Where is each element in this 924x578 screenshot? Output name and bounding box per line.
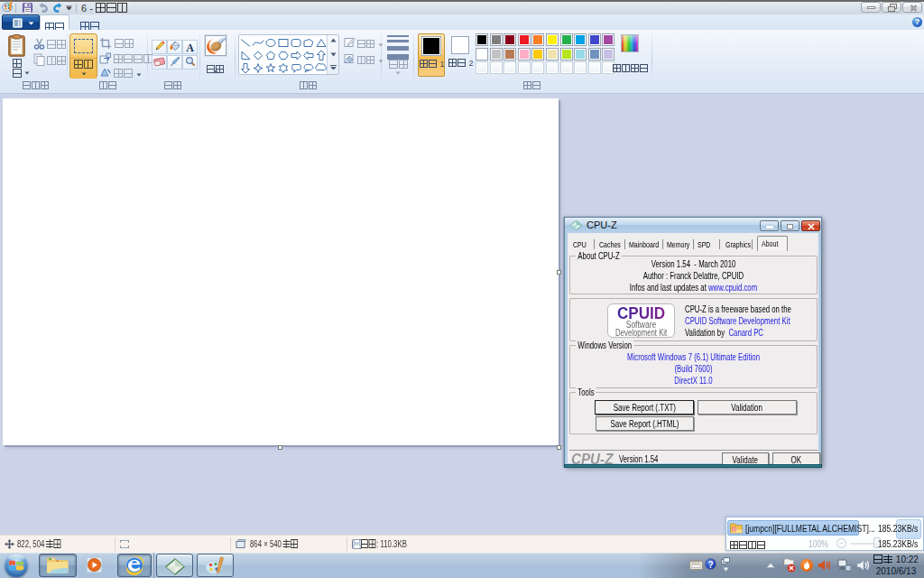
svg-text:01: 01 [733,527,738,532]
